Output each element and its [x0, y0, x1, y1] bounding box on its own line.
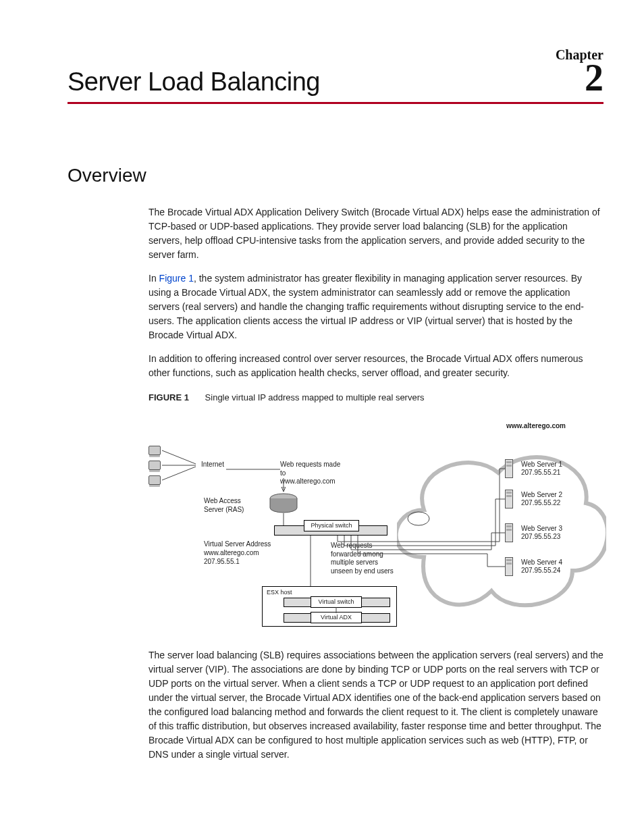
text: , the system administrator has greater f… — [149, 273, 584, 340]
paragraph: The server load balancing (SLB) requires… — [149, 648, 603, 762]
svg-line-1 — [162, 450, 196, 464]
wiring-svg — [149, 412, 594, 635]
body-text-block: The Brocade Virtual ADX Application Deli… — [149, 205, 603, 762]
paragraph: The Brocade Virtual ADX Application Deli… — [149, 205, 603, 262]
paragraph: In Figure 1, the system administrator ha… — [149, 271, 603, 342]
chapter-number: 2 — [585, 59, 603, 97]
figure-diagram: www.alterego.com Internet Web requests m… — [149, 412, 594, 635]
figure-caption: FIGURE 1 Single virtual IP address mappe… — [149, 392, 603, 402]
figure-label: FIGURE 1 — [149, 392, 189, 402]
text: In — [149, 273, 159, 284]
page-title: Server Load Balancing — [68, 68, 320, 97]
figure-caption-text: Single virtual IP address mapped to mult… — [205, 392, 425, 402]
section-heading-overview: Overview — [68, 165, 603, 186]
figure-link[interactable]: Figure 1 — [159, 273, 194, 284]
title-row: Server Load Balancing 2 — [68, 59, 603, 104]
svg-point-7 — [408, 512, 429, 525]
svg-line-3 — [162, 467, 196, 480]
paragraph: In addition to offering increased contro… — [149, 352, 603, 380]
